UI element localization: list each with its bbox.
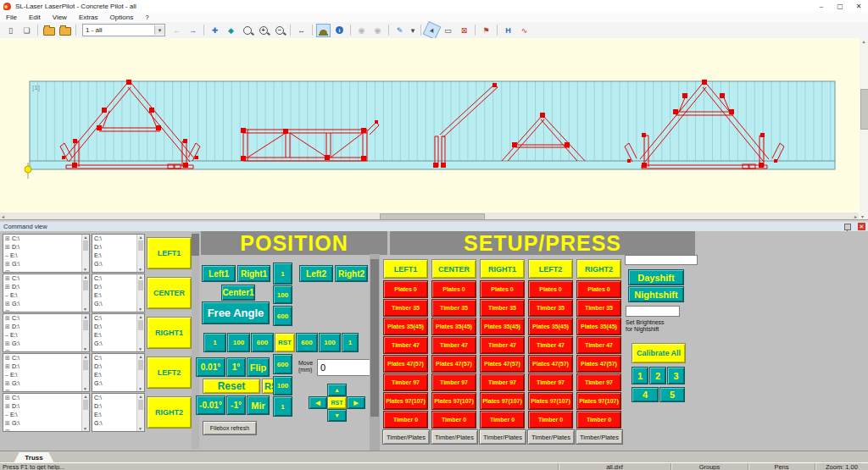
reset-button[interactable]: Reset	[203, 379, 260, 394]
expand-icon[interactable]: ⊞	[5, 340, 10, 348]
scroll-up-icon[interactable]: ▲	[139, 274, 143, 279]
rotate-minus-1-button[interactable]: -1°	[226, 395, 246, 415]
info-icon[interactable]: i	[332, 24, 347, 37]
list-scrollbar[interactable]: ▲▼	[81, 235, 89, 272]
press-right2-timber-47-button[interactable]: Timber 47	[576, 336, 621, 354]
panel-close-icon[interactable]: ✕	[858, 223, 865, 230]
projector-icon[interactable]	[316, 24, 331, 37]
rectangle-select-icon[interactable]: ▭	[441, 24, 455, 37]
expand-icon[interactable]: ⊞	[5, 235, 10, 243]
move-input[interactable]	[317, 359, 374, 376]
list-scrollbar[interactable]: ▲▼	[81, 314, 89, 351]
tree-item[interactable]: –E:\	[3, 252, 89, 260]
jog-1-left-button[interactable]: 1	[203, 333, 226, 352]
list-scroll-thumb[interactable]	[83, 280, 88, 290]
drive-list-4[interactable]: C:\D:\E:\G:\▲▼	[92, 353, 145, 392]
nightshift-button[interactable]: Nightshift	[628, 286, 684, 302]
scroll-up-icon[interactable]: ▲	[84, 314, 88, 319]
open-folder-icon[interactable]	[42, 24, 56, 37]
pan-icon[interactable]: ✚	[208, 24, 222, 37]
scroll-up-icon[interactable]: ▲	[139, 394, 143, 399]
drive-list-3[interactable]: C:\D:\E:\G:\▲▼	[92, 313, 145, 352]
press-center-timber-35-button[interactable]: Timber 35	[431, 299, 476, 317]
move-step-100-button[interactable]: 100	[273, 376, 292, 395]
scroll-up-icon[interactable]: ▲	[84, 235, 88, 240]
filebox-scrollbar[interactable]	[192, 232, 199, 449]
scroll-up-icon[interactable]: ▲	[139, 235, 143, 240]
nudge-rst-button[interactable]: RST	[327, 396, 347, 409]
press-right2-plates-47-57--button[interactable]: Plates 47(57)	[576, 355, 621, 373]
scroll-up-icon[interactable]: ▲	[84, 394, 88, 399]
expand-icon[interactable]: ⊞	[5, 260, 10, 268]
press-right1-plates-47-57--button[interactable]: Plates 47(57)	[480, 355, 525, 373]
press-left1-timber-0-button[interactable]: Timber 0	[383, 411, 428, 429]
expand-icon[interactable]: ⊞	[5, 323, 10, 331]
zoom-icon[interactable]	[240, 24, 254, 37]
expand-icon[interactable]: ⊞	[5, 388, 10, 392]
press-left2-plates-0-button[interactable]: Plates 0	[528, 280, 573, 298]
select-cursor-icon[interactable]: ➤	[423, 20, 442, 39]
expand-icon[interactable]: ⊞	[5, 394, 10, 402]
tree-item[interactable]: ⊞C:\	[3, 235, 89, 243]
tree-item[interactable]: ⊞	[3, 428, 89, 432]
tree-item[interactable]: ⊞D:\	[3, 323, 89, 331]
setup-column-right2-button[interactable]: RIGHT2	[576, 259, 621, 279]
expand-icon[interactable]: ⊞	[5, 379, 10, 388]
list-scroll-thumb[interactable]	[83, 360, 88, 370]
press-right2-plates-97-107--button[interactable]: Plates 97(107)	[576, 392, 621, 410]
tree-item[interactable]: ⊞	[3, 388, 89, 392]
filebox-target-left2-button[interactable]: LEFT2	[147, 357, 192, 389]
press-left2-plates-35-45--button[interactable]: Plates 35(45)	[528, 318, 573, 335]
tree-item[interactable]: ⊞G:\	[3, 340, 89, 348]
menu-view[interactable]: View	[47, 14, 73, 21]
scroll-up-icon[interactable]: ▲	[139, 314, 143, 319]
delete-selection-icon[interactable]: ⊠	[457, 24, 471, 37]
jog-rst-button[interactable]: RST	[275, 333, 295, 352]
press-right1-timber-97-button[interactable]: Timber 97	[480, 373, 525, 391]
nudge-right-button[interactable]: ▶	[347, 396, 365, 409]
back-icon[interactable]: ←	[170, 24, 184, 37]
press-left1-timber-35-button[interactable]: Timber 35	[383, 299, 428, 317]
expand-icon[interactable]: ⊞	[5, 283, 10, 291]
drive-list-1[interactable]: C:\D:\E:\G:\▲▼	[92, 234, 145, 273]
press-center-plates-35-45--button[interactable]: Plates 35(45)	[431, 318, 476, 335]
mirror-button[interactable]: Mir	[247, 395, 270, 415]
brightness-input[interactable]	[626, 306, 680, 317]
preset-2-button[interactable]: 2	[649, 367, 666, 384]
menu-options[interactable]: Options	[104, 14, 140, 21]
press-right1-plates-97-107--button[interactable]: Plates 97(107)	[480, 392, 525, 410]
press-left1-plates-97-107--button[interactable]: Plates 97(107)	[383, 392, 428, 410]
drive-list-5[interactable]: C:\D:\E:\G:\▲▼	[92, 393, 145, 432]
list-scroll-thumb[interactable]	[83, 400, 88, 410]
press-right2-plates-0-button[interactable]: Plates 0	[576, 280, 621, 298]
scroll-left-icon[interactable]: ◂	[0, 213, 4, 219]
timber-plates-left2-button[interactable]: Timber/Plates	[527, 429, 575, 445]
jog-600-left-button[interactable]: 600	[251, 333, 274, 352]
menu-edit[interactable]: Edit	[23, 14, 47, 21]
scroll-down-icon[interactable]: ▼	[138, 307, 142, 312]
list-scroll-thumb[interactable]	[83, 320, 88, 330]
jog-1-right-button[interactable]: 1	[342, 333, 359, 352]
tree-item[interactable]: –E:\	[3, 411, 89, 419]
list-scroll-thumb[interactable]	[138, 360, 143, 370]
scroll-up-icon[interactable]: ▲	[139, 354, 143, 359]
scroll-up-icon[interactable]: ▲	[84, 354, 88, 359]
calibrate-all-button[interactable]: Calibrate All	[632, 343, 686, 363]
pen-settings-icon[interactable]: ✎	[392, 24, 407, 37]
drive-tree-1[interactable]: ⊞C:\⊞D:\–E:\⊞G:\⊞▲▼	[3, 234, 90, 273]
expand-icon[interactable]: ⊞	[5, 243, 10, 252]
list-scrollbar[interactable]: ▲▼	[136, 235, 144, 272]
scroll-up-icon[interactable]: ▴	[862, 39, 865, 44]
expand-icon[interactable]: ⊞	[5, 314, 10, 323]
filebox-target-right1-button[interactable]: RIGHT1	[147, 317, 192, 349]
press-left2-timber-47-button[interactable]: Timber 47	[528, 336, 573, 354]
minimize-button[interactable]: –	[812, 1, 831, 12]
press-center-timber-0-button[interactable]: Timber 0	[431, 411, 476, 429]
expand-icon[interactable]: ⊞	[5, 268, 10, 273]
press-right2-plates-35-45--button[interactable]: Plates 35(45)	[576, 318, 621, 335]
free-angle-button[interactable]: Free Angle	[202, 301, 270, 324]
position-center1-button[interactable]: Center1	[221, 285, 255, 301]
setup-column-center-button[interactable]: CENTER	[431, 259, 476, 279]
jog-600-right-button[interactable]: 600	[296, 333, 318, 352]
press-right1-plates-35-45--button[interactable]: Plates 35(45)	[480, 318, 525, 335]
